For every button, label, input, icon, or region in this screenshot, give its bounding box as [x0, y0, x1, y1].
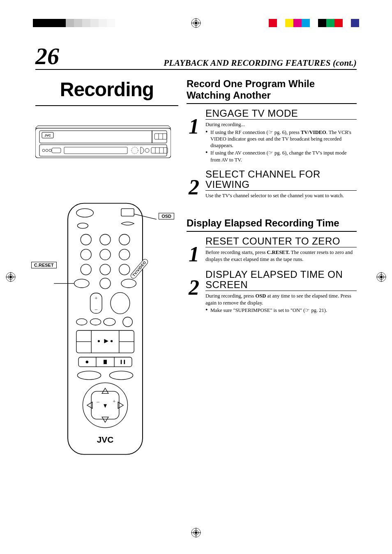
registration-mark-right [376, 272, 386, 282]
step-0-0: 1 ENGAGE TV MODE During recording... If … [187, 108, 357, 164]
step-1-0: 1 RESET COUNTER TO ZERO Before recording… [187, 236, 357, 264]
svg-text:+: + [95, 295, 97, 301]
svg-point-74 [111, 340, 113, 342]
cmyk-colorbar [269, 19, 359, 27]
callout-creset: C.RESET [31, 262, 57, 268]
svg-point-14 [380, 276, 383, 278]
step-intro: During recording... [205, 121, 357, 128]
svg-point-4 [195, 22, 197, 24]
section-heading-1: Display Elapsed Recording Time [187, 212, 357, 232]
remote-illustration: OSD C.RESET TV/VIDEO [52, 202, 159, 459]
section-heading-0: Record One Program While Watching Anothe… [187, 72, 357, 104]
svg-text:–: – [95, 306, 98, 312]
svg-point-78 [86, 360, 89, 363]
svg-point-19 [195, 531, 197, 534]
callout-osd: OSD [159, 213, 174, 219]
svg-text:–: – [96, 398, 99, 404]
svg-rect-79 [104, 360, 107, 364]
bw-colorbar [33, 19, 123, 27]
step-title: ENGAGE TV MODE [205, 108, 357, 120]
step-0-1: 2 SELECT CHANNEL FOR VIEWING Use the TV'… [187, 169, 357, 200]
registration-mark-top [191, 18, 201, 28]
step-number: 2 [187, 169, 201, 200]
registration-mark-bottom [191, 528, 201, 538]
step-number: 2 [187, 269, 201, 314]
jvc-badge: JVC [44, 134, 51, 137]
manual-page: 26 PLAYBACK AND RECORDING FEATURES (cont… [35, 44, 357, 517]
step-number: 1 [187, 236, 201, 264]
remote-brand: JVC [97, 435, 113, 444]
step-title: DISPLAY ELAPSED TIME ON SCREEN [205, 269, 357, 291]
registration-mark-left [6, 272, 16, 282]
step-title: RESET COUNTER TO ZERO [205, 236, 357, 247]
step-title: SELECT CHANNEL FOR VIEWING [205, 169, 357, 191]
page-number: 26 [35, 44, 59, 68]
step-text: During recording, press OSD at any time … [205, 293, 357, 314]
vcr-illustration: JVC [35, 120, 171, 165]
header-title: PLAYBACK AND RECORDING FEATURES (cont.) [164, 58, 357, 68]
step-text: Before recording starts, press C.RESET. … [205, 249, 357, 263]
step-text: During recording... If using the RF conn… [205, 121, 357, 163]
svg-text:+: + [113, 398, 115, 404]
svg-marker-20 [35, 126, 171, 128]
page-header: 26 PLAYBACK AND RECORDING FEATURES (cont… [35, 44, 357, 70]
step-number: 1 [187, 108, 201, 164]
main-heading: Recording [35, 72, 178, 106]
step-text: Use the TV's channel selector to set the… [205, 192, 357, 199]
svg-point-9 [9, 276, 12, 278]
print-marks-top [0, 19, 392, 31]
svg-point-72 [98, 340, 100, 342]
step-1-1: 2 DISPLAY ELAPSED TIME ON SCREEN During … [187, 269, 357, 314]
